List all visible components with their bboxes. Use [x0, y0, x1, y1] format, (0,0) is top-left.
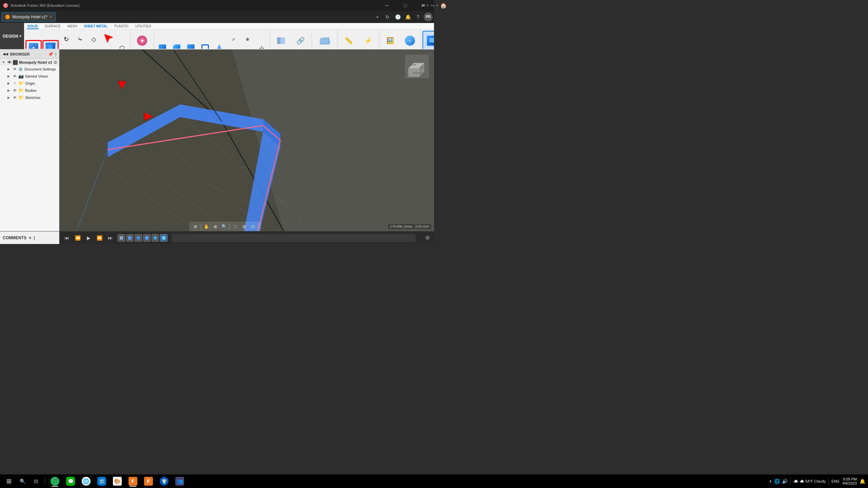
comments-add-button[interactable]: + [28, 235, 32, 241]
zoom-button[interactable]: 🔍 [220, 222, 228, 230]
root-link-icon[interactable]: ⊙ [54, 60, 57, 65]
extrude-button[interactable] [42, 40, 59, 49]
design-button[interactable]: DESIGN ▾ [0, 23, 24, 49]
loft-button[interactable]: ◇ [87, 31, 101, 48]
timeline-icon-5[interactable] [152, 234, 159, 242]
tab-sheet-metal[interactable]: SHEET METAL [83, 24, 108, 29]
look-at-button[interactable]: ✋ [202, 222, 211, 230]
settings-button[interactable]: ⚙ [421, 231, 434, 244]
chamfer-button[interactable] [184, 40, 198, 49]
new-tab-button[interactable]: + [373, 13, 382, 21]
history-button[interactable]: 🕐 [393, 13, 402, 21]
orbit-button[interactable]: ⊕ [191, 222, 199, 230]
fillet-button[interactable] [170, 40, 183, 49]
browser-item-root[interactable]: ▼ 👁 ⬛ Monopoly Hotel v1 ⊙ [0, 59, 59, 66]
bodies-expand[interactable]: ▶ [7, 89, 11, 92]
rib-button[interactable]: ≡ [101, 31, 115, 48]
new-component-button[interactable]: + [25, 40, 42, 49]
sweep-button[interactable]: ⤷ [73, 31, 87, 48]
maximize-button[interactable]: □ [397, 0, 413, 11]
box-button[interactable]: ⬜ [101, 48, 115, 49]
offset-plane-button[interactable] [315, 31, 334, 49]
draft-button[interactable] [213, 40, 226, 49]
revolve-button[interactable]: ↻ [59, 31, 73, 48]
vt-dropdown[interactable]: ▾ [258, 225, 259, 228]
anim-play-button[interactable]: ▶ [84, 233, 93, 243]
browser-item-origin[interactable]: ▶ 👁 📁 Origin [0, 80, 59, 87]
browser-collapse-icon[interactable]: 📌 [48, 52, 53, 57]
root-body-icon: ⬛ [13, 60, 18, 65]
browser-item-doc-settings[interactable]: ▶ 👁 ⚙️ Document Settings [0, 66, 59, 73]
doc-settings-visibility[interactable]: 👁 [13, 67, 17, 72]
anim-prev-button[interactable]: ⏪ [73, 233, 82, 243]
torus-button[interactable]: ⊙ [73, 48, 87, 49]
fit-button[interactable]: ⊕ [211, 222, 219, 230]
sphere-button[interactable]: ○ [59, 48, 73, 49]
insert-image-button[interactable]: 🖼️ [381, 31, 400, 49]
browser-item-sketches[interactable]: ▶ 👁 📁 Sketches [0, 94, 59, 101]
display-mode-button[interactable]: □ [231, 222, 239, 230]
undo-dropdown[interactable]: ▾ [427, 4, 429, 7]
viewport[interactable]: ▲ ▲ FRONT TOP R ⌂ [59, 49, 434, 231]
timeline-icon-2[interactable] [126, 234, 134, 242]
browser-item-bodies[interactable]: ▶ 👁 📁 Bodies [0, 87, 59, 94]
tab-label: Monopoly Hotel v1* [12, 15, 47, 19]
joint-button[interactable]: 🔗 [291, 31, 310, 49]
shell-button[interactable] [198, 40, 212, 49]
interference-button[interactable]: ⚡ [359, 31, 378, 49]
cube-navigator[interactable]: FRONT TOP R ⌂ [403, 53, 431, 80]
help-button[interactable]: ? [414, 13, 422, 21]
user-avatar[interactable]: PR [424, 13, 433, 21]
create-tools-group: ↻ ⤷ ◇ ≡ [59, 31, 115, 49]
generative-design-button[interactable]: ✦ [133, 31, 152, 49]
replace-face-button[interactable]: ↔ [227, 48, 240, 49]
sketches-visibility[interactable]: 👁 [13, 95, 17, 100]
combine-button[interactable]: ⊕ [241, 31, 254, 48]
notification-button[interactable]: 🔔 [403, 13, 412, 21]
grid-options-button[interactable]: ⊡ [249, 222, 257, 230]
bodies-visibility[interactable]: 👁 [13, 88, 17, 93]
timeline-icon-3[interactable] [135, 234, 142, 242]
grid-button[interactable]: ⊞ [240, 222, 248, 230]
refresh-button[interactable]: ↻ [383, 13, 392, 21]
root-expand-arrow[interactable]: ▼ [2, 61, 5, 64]
browser-item-named-views[interactable]: ▶ 👁 📷 Named Views [0, 73, 59, 80]
scale-button[interactable]: ⤢ [227, 31, 240, 48]
timeline-icon-active[interactable] [160, 234, 167, 242]
split-body-button[interactable]: ✂ [241, 48, 254, 49]
anim-last-button[interactable]: ⏭ [105, 233, 115, 243]
doc-settings-expand[interactable]: ▶ [7, 67, 11, 71]
anim-next-button[interactable]: ⏩ [95, 233, 104, 243]
tab-mesh[interactable]: MESH [67, 24, 78, 29]
tab-monopoly-hotel[interactable]: 🟠 Monopoly Hotel v1* ✕ [1, 12, 56, 22]
timeline-icon-1[interactable] [118, 234, 125, 242]
origin-visibility[interactable]: 👁 [13, 81, 17, 86]
select-button[interactable]: ↖ [422, 31, 434, 49]
named-views-visibility[interactable]: 👁 [13, 74, 17, 79]
browser-nav-icon[interactable]: ◀◀ [3, 52, 8, 56]
press-pull-button[interactable] [156, 40, 169, 49]
tab-close-icon[interactable]: ✕ [50, 15, 52, 19]
anim-first-button[interactable]: ⏮ [62, 233, 72, 243]
tab-plastic[interactable]: PLASTIC [114, 24, 130, 29]
minimize-button[interactable]: ─ [379, 0, 395, 11]
timeline-icon-4[interactable] [143, 234, 151, 242]
measure-button[interactable]: 📏 [339, 31, 358, 49]
coil-button[interactable]: 🌀 [87, 48, 101, 49]
cylinder-button[interactable]: ⬡ [115, 40, 129, 49]
undo-btn[interactable]: ↩ [421, 3, 425, 8]
sketches-expand[interactable]: ▶ [7, 96, 11, 99]
redo-btn[interactable]: ↪ [431, 3, 434, 8]
keyframe-bar[interactable] [172, 234, 416, 242]
tab-solid[interactable]: SOLID [27, 24, 39, 29]
move-button[interactable]: ⊹ [255, 40, 269, 49]
new-component-assemble-button[interactable] [272, 31, 291, 49]
origin-expand[interactable]: ▶ [7, 82, 11, 85]
named-views-expand[interactable]: ▶ [7, 75, 11, 78]
comments-pin-button[interactable]: | [34, 235, 35, 240]
tab-utilities[interactable]: UTILITIES [135, 24, 152, 29]
tab-surface[interactable]: SURFACE [44, 24, 61, 29]
root-visibility-icon[interactable]: 👁 [7, 60, 12, 65]
insert-mesh-button[interactable]: ⊹ [400, 31, 419, 49]
sidebar: ◀◀ BROWSER 📌 | ▼ 👁 ⬛ Monopoly Hotel v1 ⊙… [0, 49, 59, 231]
